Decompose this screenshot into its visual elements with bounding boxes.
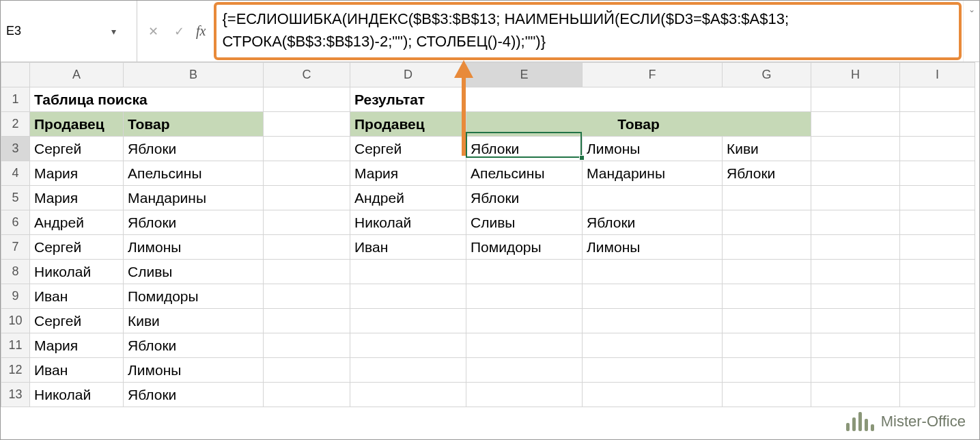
cell[interactable]: [900, 186, 975, 210]
cell[interactable]: [466, 383, 583, 407]
cell[interactable]: [583, 284, 723, 309]
cell[interactable]: Апельсины: [124, 161, 264, 186]
insert-function-button[interactable]: fx: [192, 23, 210, 39]
cell[interactable]: [350, 333, 466, 358]
cell[interactable]: Иван: [350, 235, 466, 260]
row-header-12[interactable]: 12: [1, 358, 30, 383]
col-header-D[interactable]: D: [350, 63, 466, 87]
row-header-11[interactable]: 11: [1, 333, 30, 358]
name-box[interactable]: [1, 21, 103, 41]
cell[interactable]: Яблоки: [723, 161, 811, 186]
cell[interactable]: [723, 309, 811, 333]
row-header-7[interactable]: 7: [1, 235, 30, 260]
cell[interactable]: [466, 284, 583, 309]
cell[interactable]: Помидоры: [124, 284, 264, 309]
cell[interactable]: [264, 284, 350, 309]
formula-input-wrap[interactable]: {=ЕСЛИОШИБКА(ИНДЕКС($B$3:$B$13; НАИМЕНЬШ…: [212, 1, 963, 61]
cell[interactable]: [723, 333, 811, 358]
cell[interactable]: [811, 284, 900, 309]
cell[interactable]: [811, 358, 900, 383]
lookup-product-header[interactable]: Товар: [124, 112, 264, 137]
cell[interactable]: [264, 235, 350, 260]
cell[interactable]: [811, 137, 900, 161]
cell[interactable]: Лимоны: [124, 235, 264, 260]
cell[interactable]: [350, 358, 466, 383]
cell[interactable]: [900, 112, 975, 137]
cell[interactable]: [264, 309, 350, 333]
cell[interactable]: [466, 333, 583, 358]
cell[interactable]: Сливы: [124, 260, 264, 284]
row-header-2[interactable]: 2: [1, 112, 30, 137]
cell[interactable]: Сергей: [30, 137, 124, 161]
cell[interactable]: [264, 112, 350, 137]
cell[interactable]: [811, 383, 900, 407]
col-header-G[interactable]: G: [723, 63, 811, 87]
col-header-E[interactable]: E: [466, 63, 583, 87]
cell[interactable]: [811, 235, 900, 260]
cell[interactable]: [264, 260, 350, 284]
cell[interactable]: [811, 260, 900, 284]
result-product-header[interactable]: Товар: [466, 112, 811, 137]
cell[interactable]: Андрей: [350, 186, 466, 210]
cell[interactable]: Яблоки: [466, 186, 583, 210]
cell[interactable]: [900, 87, 975, 112]
cell[interactable]: Николай: [350, 210, 466, 235]
cell[interactable]: [350, 284, 466, 309]
cell[interactable]: [900, 284, 975, 309]
expand-formula-bar-icon[interactable]: ⌄: [963, 1, 979, 61]
cell[interactable]: Иван: [30, 284, 124, 309]
cell[interactable]: Мандарины: [124, 186, 264, 210]
cell[interactable]: Яблоки: [124, 333, 264, 358]
cell[interactable]: [811, 112, 900, 137]
spreadsheet-grid[interactable]: A B C D E F G H I 1 Таблица поиска Резул…: [1, 62, 979, 407]
cell[interactable]: Лимоны: [583, 137, 723, 161]
cell[interactable]: [900, 235, 975, 260]
title-search[interactable]: Таблица поиска: [30, 87, 264, 112]
cell[interactable]: [264, 358, 350, 383]
cell[interactable]: Мария: [30, 161, 124, 186]
cell[interactable]: [811, 87, 900, 112]
cell[interactable]: [466, 260, 583, 284]
cell[interactable]: [900, 210, 975, 235]
cell[interactable]: Сергей: [30, 309, 124, 333]
cell[interactable]: [350, 383, 466, 407]
cell[interactable]: [723, 186, 811, 210]
row-header-5[interactable]: 5: [1, 186, 30, 210]
cell[interactable]: [900, 309, 975, 333]
cell[interactable]: [583, 186, 723, 210]
cell[interactable]: [466, 358, 583, 383]
col-header-B[interactable]: B: [124, 63, 264, 87]
row-header-10[interactable]: 10: [1, 309, 30, 333]
enter-button[interactable]: ✓: [166, 24, 192, 39]
cell[interactable]: Киви: [723, 137, 811, 161]
name-box-dropdown-icon[interactable]: ▾: [103, 26, 124, 37]
cell[interactable]: [583, 358, 723, 383]
cell[interactable]: Яблоки: [583, 210, 723, 235]
col-header-H[interactable]: H: [811, 63, 900, 87]
cell[interactable]: [583, 309, 723, 333]
lookup-seller-header[interactable]: Продавец: [30, 112, 124, 137]
col-header-C[interactable]: C: [264, 63, 350, 87]
cell[interactable]: [723, 210, 811, 235]
cell[interactable]: Андрей: [30, 210, 124, 235]
cell[interactable]: [811, 309, 900, 333]
cell[interactable]: [264, 186, 350, 210]
cell[interactable]: [466, 309, 583, 333]
row-header-6[interactable]: 6: [1, 210, 30, 235]
cell[interactable]: [900, 161, 975, 186]
cell[interactable]: [900, 137, 975, 161]
row-header-4[interactable]: 4: [1, 161, 30, 186]
cell[interactable]: [264, 161, 350, 186]
cell[interactable]: [583, 383, 723, 407]
row-header-3[interactable]: 3: [1, 137, 30, 161]
cell[interactable]: [723, 235, 811, 260]
cell[interactable]: Яблоки: [124, 210, 264, 235]
cell[interactable]: Сергей: [350, 137, 466, 161]
cell[interactable]: Николай: [30, 260, 124, 284]
result-seller-header[interactable]: Продавец: [350, 112, 466, 137]
cell[interactable]: [900, 383, 975, 407]
fill-handle[interactable]: [579, 155, 585, 161]
select-all-corner[interactable]: [1, 63, 30, 87]
cell[interactable]: Мария: [30, 333, 124, 358]
row-header-8[interactable]: 8: [1, 260, 30, 284]
